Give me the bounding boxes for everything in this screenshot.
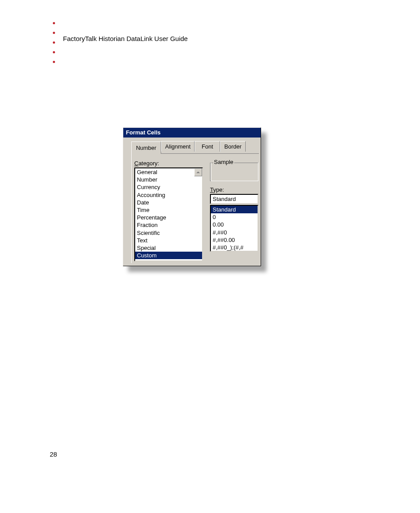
category-item[interactable]: Accounting (135, 191, 202, 199)
tabs-row: NumberAlignmentFontBorder (131, 141, 259, 154)
bullet-dot (53, 51, 55, 53)
format-cells-dialog-wrap: Format Cells NumberAlignmentFontBorder C… (123, 127, 266, 266)
category-item[interactable]: Fraction (135, 221, 202, 229)
type-item[interactable]: #,##0_);(#,# (211, 244, 258, 251)
type-label: Type: (210, 186, 258, 193)
category-item[interactable]: Time (135, 206, 202, 214)
scroll-up-button[interactable] (194, 168, 202, 176)
dialog-titlebar[interactable]: Format Cells (123, 128, 261, 138)
sample-label: Sample (213, 159, 234, 165)
type-item[interactable]: #,##0.00 (211, 236, 258, 244)
category-listbox[interactable]: GeneralNumberCurrencyAccountingDateTimeP… (134, 167, 203, 261)
category-item[interactable]: Special (135, 244, 202, 252)
header-bullets (53, 22, 55, 63)
category-item[interactable]: Percentage (135, 214, 202, 221)
category-item[interactable]: Text (135, 237, 202, 244)
category-item[interactable]: Currency (135, 183, 202, 191)
type-label-text: ype: (213, 186, 224, 193)
type-listbox[interactable]: Standard00.00#,##0#,##0.00#,##0_);(#,# (210, 205, 258, 252)
type-input[interactable]: Standard (210, 194, 258, 204)
format-cells-dialog: Format Cells NumberAlignmentFontBorder C… (123, 127, 261, 266)
type-item[interactable]: Standard (211, 206, 258, 213)
category-item[interactable]: General (135, 168, 202, 176)
category-column: Category: GeneralNumberCurrencyAccountin… (134, 160, 203, 261)
bullet-dot (53, 41, 55, 44)
sample-group: Sample (210, 163, 258, 181)
category-hotkey: C (134, 160, 138, 167)
bullet-dot (53, 32, 55, 34)
tab-alignment[interactable]: Alignment (161, 141, 195, 152)
right-column: Sample Type: Standard Standard00.00#,##0… (210, 160, 258, 261)
bullet-dot (53, 61, 55, 63)
type-item[interactable]: 0.00 (211, 221, 258, 228)
category-item[interactable]: Date (135, 199, 202, 206)
category-label-text: ategory: (138, 160, 159, 167)
category-item[interactable]: Scientific (135, 229, 202, 237)
type-item[interactable]: #,##0 (211, 229, 258, 236)
dialog-body: NumberAlignmentFontBorder Category: Gene… (123, 138, 261, 266)
category-item[interactable]: Custom (135, 252, 202, 259)
tab-number[interactable]: Number (131, 141, 161, 154)
category-item[interactable]: Number (135, 176, 202, 183)
page-number: 28 (50, 450, 57, 458)
guide-title: FactoryTalk Historian DataLink User Guid… (63, 35, 188, 42)
number-pane: Category: GeneralNumberCurrencyAccountin… (131, 154, 259, 263)
bullet-dot (53, 22, 55, 24)
type-item[interactable]: 0 (211, 213, 258, 221)
tab-border[interactable]: Border (220, 141, 246, 152)
tab-font[interactable]: Font (195, 141, 220, 152)
category-label: Category: (134, 160, 203, 167)
